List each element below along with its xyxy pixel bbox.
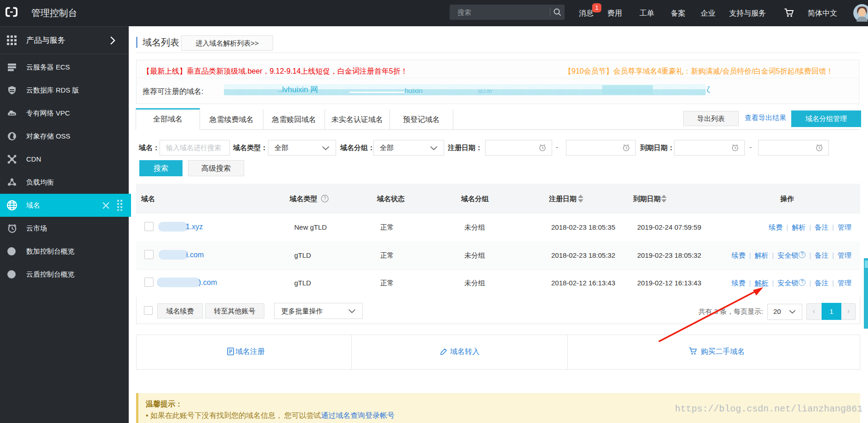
svg-text:?: ? xyxy=(324,196,326,201)
